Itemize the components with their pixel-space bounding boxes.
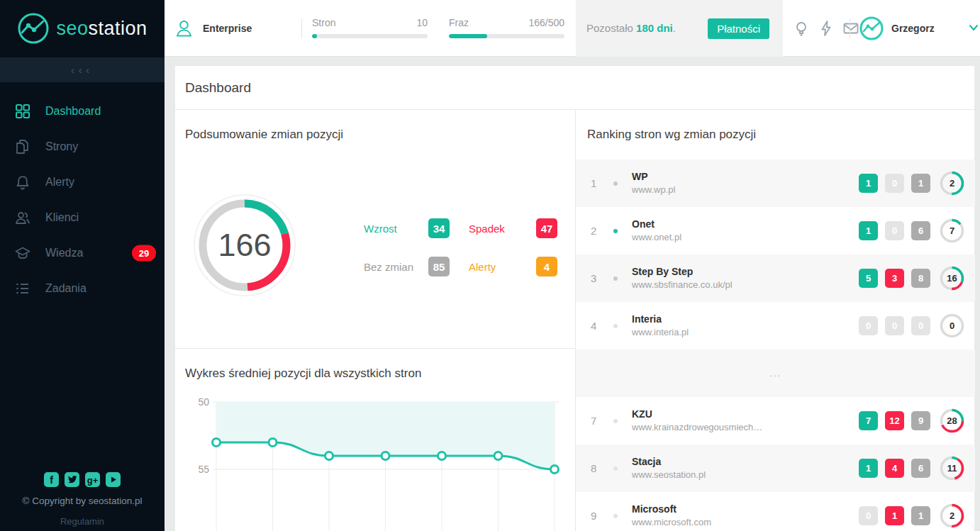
ranking-row-stacja[interactable]: 8 Stacja www.seostation.pl 1 4 6 11 [576, 445, 975, 492]
stat-value-gray: 85 [428, 257, 450, 276]
social-links: fg+ [0, 472, 165, 487]
site-name: Microsoft [632, 502, 711, 516]
phrases-meter: Fraz 166/500 [449, 17, 564, 38]
site-url: www.seostation.pl [632, 469, 706, 481]
stat-value-red: 47 [536, 218, 557, 238]
ranking-row-wp[interactable]: 1 WP www.wp.pl 1 0 1 2 [576, 160, 975, 207]
rank-number: 7 [591, 397, 596, 445]
sidebar-item-zadania[interactable]: Zadania [0, 271, 165, 306]
phrases-meter-label: Fraz [449, 17, 469, 28]
sidebar-item-label: Zadania [45, 282, 87, 295]
ranking-panel: Ranking stron wg zmian pozycji 1 WP www.… [575, 110, 974, 531]
chevron-down-icon[interactable] [969, 24, 979, 31]
phrases-meter-track [449, 34, 564, 38]
grid-icon [14, 103, 31, 120]
avg-position-line-chart: 5055 [175, 348, 575, 531]
up-count-badge: 0 [859, 506, 878, 525]
ranking-rows: 1 WP www.wp.pl 1 0 1 2 2 Onet www.onet.p… [576, 160, 975, 531]
site-url: www.microsoft.com [632, 516, 711, 529]
topbar-divider-2 [850, 18, 850, 38]
down-count-badge: 12 [885, 411, 904, 430]
total-changes-value: 0 [940, 313, 964, 338]
googleplus-icon[interactable]: g+ [85, 472, 100, 487]
lightning-icon[interactable] [818, 20, 835, 37]
status-dot-icon [613, 514, 618, 518]
task-list-icon [14, 280, 31, 297]
site-url: www.wp.pl [632, 184, 675, 196]
total-changes-value: 16 [940, 266, 964, 291]
youtube-icon[interactable] [106, 472, 121, 487]
nochange-count-badge: 9 [911, 411, 930, 430]
status-dot-icon [613, 466, 618, 471]
up-count-badge: 5 [859, 269, 878, 288]
nochange-count-badge: 8 [911, 269, 930, 288]
down-count-badge: 3 [885, 269, 904, 288]
status-dot-icon [613, 181, 618, 186]
ranking-panel-title: Ranking stron wg zmian pozycji [587, 128, 756, 142]
main-content-card: Dashboard Podsumowanie zmian pozycji 166… [175, 66, 974, 531]
twitter-icon[interactable] [65, 472, 79, 487]
up-count-badge: 1 [859, 459, 878, 478]
site-name: KZU [632, 407, 762, 421]
sidebar-item-dashboard[interactable]: Dashboard [0, 94, 165, 129]
total-changes-value: 2 [940, 171, 964, 196]
sidebar-item-strony[interactable]: Strony [0, 129, 165, 164]
nochange-count-badge: 1 [911, 174, 930, 193]
site-name: Step By Step [632, 264, 733, 279]
sidebar-collapse-toggle[interactable]: ‹‹‹ [0, 57, 165, 82]
lightbulb-icon[interactable] [793, 20, 810, 37]
stat-label-orange: Alerty [469, 257, 496, 276]
rank-number: 3 [591, 255, 596, 302]
stat-value-orange: 4 [536, 257, 557, 276]
up-count-badge: 1 [859, 221, 878, 240]
down-count-badge: 0 [885, 316, 904, 335]
status-dot-icon [613, 419, 618, 423]
phrases-meter-fill [449, 34, 487, 38]
svg-text:50: 50 [198, 396, 209, 408]
up-count-badge: 1 [859, 174, 878, 193]
ranking-row-kzu[interactable]: 7 KZU www.krainazdrowegousmiech… 7 12 9 … [576, 397, 975, 445]
user-menu[interactable]: Grzegorz [859, 0, 935, 57]
site-name: Stacja [632, 454, 706, 469]
mail-icon[interactable] [842, 20, 859, 37]
nochange-count-badge: 6 [911, 459, 930, 478]
donut-total-value: 166 [191, 192, 298, 298]
status-dot-icon [613, 324, 618, 328]
regulamin-link[interactable]: Regulamin [0, 516, 165, 527]
nochange-count-badge: 1 [911, 506, 930, 525]
hidden-rows-ellipsis: ... [576, 350, 975, 397]
bell-icon [14, 174, 31, 191]
page-title: Dashboard [185, 80, 251, 96]
total-changes-value: 2 [940, 503, 964, 528]
sidebar-item-label: Strony [45, 140, 78, 153]
up-count-badge: 0 [859, 316, 878, 335]
topbar-divider [301, 18, 302, 38]
app-root: seostation ‹‹‹ Dashboard Strony Alerty K… [0, 0, 980, 531]
site-name: Interia [632, 312, 689, 326]
ranking-row-step-by-step[interactable]: 3 Step By Step www.sbsfinance.co.uk/pl 5… [576, 255, 975, 302]
rank-number: 9 [591, 492, 596, 531]
account-plan[interactable]: Enterprise [176, 0, 252, 57]
brand-logo[interactable]: seostation [0, 0, 165, 57]
stat-label-teal: Wzrost [364, 218, 397, 238]
payments-button[interactable]: Płatności [708, 18, 769, 39]
ranking-row-microsoft[interactable]: 9 Microsoft www.microsoft.com 0 1 1 2 [576, 492, 975, 531]
site-url: www.sbsfinance.co.uk/pl [632, 279, 733, 291]
graduation-cap-icon [14, 245, 31, 262]
sidebar-nav: Dashboard Strony Alerty Klienci Wiedza 2… [0, 94, 165, 306]
nochange-count-badge: 6 [911, 221, 930, 240]
ranking-row-interia[interactable]: 4 Interia www.interia.pl 0 0 0 0 [576, 302, 975, 350]
sidebar-item-alerty[interactable]: Alerty [0, 164, 165, 200]
sidebar-item-wiedza[interactable]: Wiedza 29 [0, 235, 165, 271]
ranking-row-onet[interactable]: 2 Onet www.onet.pl 1 0 6 7 [576, 207, 975, 255]
up-count-badge: 7 [859, 411, 878, 430]
sidebar-item-label: Klienci [45, 211, 79, 224]
sidebar-item-klienci[interactable]: Klienci [0, 200, 165, 235]
svg-text:f: f [50, 474, 53, 486]
pages-meter-value: 10 [416, 17, 428, 28]
facebook-icon[interactable]: f [44, 472, 59, 487]
user-name: Grzegorz [891, 23, 935, 34]
down-count-badge: 0 [885, 174, 904, 193]
collapse-chevrons-icon: ‹‹‹ [71, 65, 94, 76]
pages-meter-fill [312, 34, 317, 38]
